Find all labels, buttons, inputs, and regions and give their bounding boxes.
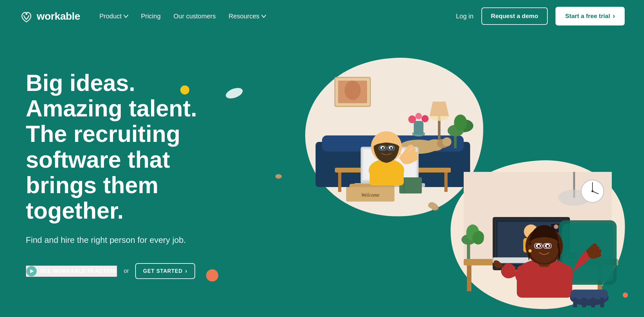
- svg-point-73: [554, 224, 558, 229]
- svg-rect-101: [600, 298, 604, 307]
- svg-rect-12: [414, 121, 423, 134]
- chevron-down-icon: [261, 14, 266, 18]
- svg-rect-26: [338, 173, 341, 192]
- svg-point-15: [421, 115, 429, 122]
- svg-rect-99: [582, 298, 586, 307]
- svg-point-88: [528, 249, 532, 253]
- svg-point-95: [547, 245, 549, 247]
- logo-text: workable: [37, 10, 80, 22]
- login-link[interactable]: Log in: [456, 13, 474, 20]
- svg-rect-83: [517, 265, 572, 298]
- hero-subtitle: Find and hire the right person for every…: [26, 235, 200, 245]
- svg-rect-100: [591, 298, 595, 307]
- nav-resources[interactable]: Resources: [229, 13, 266, 20]
- svg-point-7: [345, 81, 361, 100]
- svg-point-60: [472, 232, 484, 244]
- watch-video-button[interactable]: SEE WORKABLE IN ACTION: [26, 265, 117, 277]
- svg-rect-27: [444, 173, 448, 192]
- nav-product[interactable]: Product: [99, 13, 128, 20]
- svg-point-48: [390, 147, 392, 149]
- svg-point-19: [454, 114, 467, 131]
- svg-rect-98: [573, 298, 577, 307]
- arrow-icon: ›: [185, 268, 187, 274]
- small-bean: [275, 174, 282, 179]
- hero-section: Big ideas. Amazing talent. The recruitin…: [0, 32, 644, 317]
- svg-rect-40: [370, 166, 404, 185]
- start-trial-button[interactable]: Start a free trial ›: [555, 7, 625, 25]
- play-icon: [26, 266, 37, 276]
- svg-point-13: [408, 115, 416, 123]
- svg-point-47: [382, 147, 384, 149]
- nav-customers[interactable]: Our customers: [174, 13, 216, 20]
- svg-text:Welcome: Welcome: [361, 192, 379, 198]
- illustrations-area: Welcome: [258, 32, 644, 317]
- svg-point-94: [538, 245, 540, 247]
- hero-content: Big ideas. Amazing talent. The recruitin…: [0, 70, 225, 279]
- request-demo-button[interactable]: Request a demo: [481, 7, 548, 25]
- svg-point-0: [25, 13, 27, 15]
- svg-point-14: [415, 113, 422, 119]
- nav-pricing[interactable]: Pricing: [141, 13, 161, 20]
- woman-desk-illustration: [448, 156, 628, 311]
- svg-point-24: [447, 138, 451, 144]
- nav-links: Product Pricing Our customers Resources: [99, 13, 456, 20]
- get-started-button[interactable]: GET STARTED ›: [135, 263, 195, 279]
- logo[interactable]: workable: [19, 9, 80, 23]
- or-separator: or: [124, 268, 129, 274]
- svg-marker-10: [430, 102, 449, 116]
- hero-actions: SEE WORKABLE IN ACTION or GET STARTED ›: [26, 263, 200, 279]
- chevron-down-icon: [124, 14, 128, 18]
- arrow-icon: ›: [613, 12, 615, 20]
- hero-title: Big ideas. Amazing talent. The recruitin…: [26, 70, 200, 223]
- workable-logo-icon: [19, 9, 33, 23]
- oval-decoration: [224, 86, 244, 100]
- navbar: workable Product Pricing Our customers R…: [0, 0, 644, 32]
- svg-rect-62: [467, 265, 471, 291]
- nav-actions: Log in Request a demo Start a free trial…: [456, 7, 625, 25]
